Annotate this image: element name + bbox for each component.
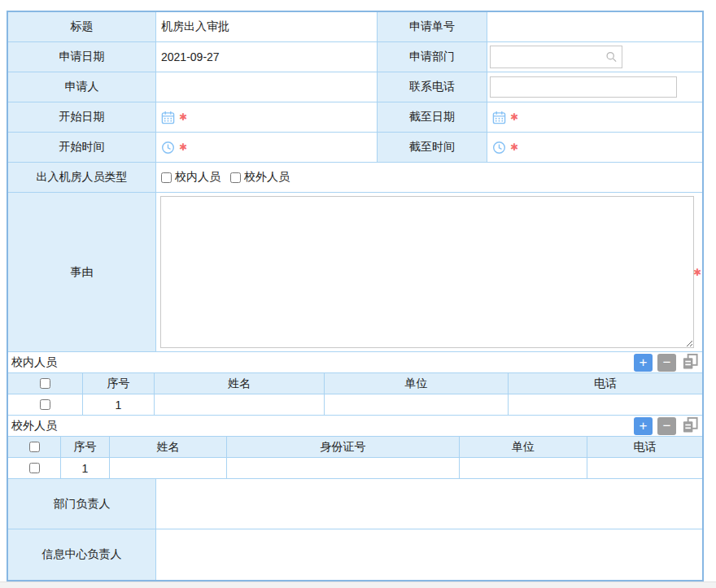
form-row-applicant: 申请人 联系电话 (8, 72, 702, 102)
form-row-apply-date: 申请日期 2021-09-27 申请部门 (8, 42, 702, 72)
person-type-label: 出入机房人员类型 (8, 163, 156, 193)
row-select-cell (8, 394, 83, 416)
internal-personnel-title: 校内人员 (11, 355, 57, 370)
end-date-label: 截至日期 (378, 102, 487, 133)
dept-search-input[interactable] (490, 46, 622, 68)
internal-personnel-row: 1 (8, 394, 702, 416)
form-row-title: 标题 机房出入审批 申请单号 (8, 12, 702, 42)
end-time-cell: ✱ (487, 133, 702, 163)
copy-rows-button[interactable] (681, 354, 700, 372)
form-row-person-type: 出入机房人员类型 校内人员 校外人员 (8, 163, 702, 193)
add-row-button[interactable]: + (634, 354, 653, 372)
dept-search-wrap (490, 46, 622, 68)
calendar-icon[interactable] (492, 111, 506, 124)
external-personnel-title: 校外人员 (11, 419, 57, 433)
row-no-cell: 1 (61, 458, 110, 479)
row-id-number-cell[interactable] (227, 458, 460, 479)
copy-icon (682, 416, 699, 436)
apply-dept-label: 申请部门 (378, 42, 487, 72)
required-mark: ✱ (693, 267, 701, 278)
apply-no-value (487, 12, 702, 42)
required-mark: ✱ (179, 142, 187, 153)
copy-rows-button[interactable] (681, 417, 700, 435)
apply-date-label: 申请日期 (8, 42, 156, 72)
row-select-checkbox[interactable] (29, 463, 40, 473)
external-personnel-toolbar: + − (634, 417, 700, 435)
column-header-unit: 单位 (325, 373, 509, 394)
reason-cell: ✱ (156, 193, 702, 352)
applicant-label: 申请人 (8, 72, 156, 102)
form-row-start-date: 开始日期 ✱ 截至日期 (8, 102, 702, 133)
page-footer-strip (0, 581, 716, 588)
apply-no-label: 申请单号 (378, 12, 487, 42)
internal-personnel-toolbar: + − (634, 354, 700, 372)
column-header-phone: 电话 (587, 437, 702, 458)
required-mark: ✱ (510, 111, 518, 123)
column-header-name: 姓名 (155, 373, 325, 394)
required-mark: ✱ (179, 111, 187, 123)
reason-textarea[interactable] (160, 196, 694, 348)
row-select-checkbox[interactable] (40, 399, 50, 410)
external-personnel-checkbox[interactable] (230, 172, 241, 183)
row-no-cell: 1 (83, 394, 155, 416)
row-unit-cell[interactable] (460, 458, 587, 479)
external-personnel-section-bar: 校外人员 + − (8, 416, 702, 437)
internal-personnel-header-row: 序号 姓名 单位 电话 (8, 373, 702, 394)
remove-row-button[interactable]: − (657, 354, 676, 372)
contact-phone-cell (487, 72, 702, 102)
row-phone-cell[interactable] (587, 458, 702, 479)
external-personnel-option-label: 校外人员 (244, 170, 290, 185)
title-value: 机房出入审批 (156, 12, 378, 42)
column-header-name: 姓名 (110, 437, 227, 458)
row-select-cell (8, 458, 61, 479)
remove-row-button[interactable]: − (657, 417, 676, 435)
external-personnel-header-row: 序号 姓名 身份证号 单位 电话 (8, 437, 702, 458)
select-all-checkbox[interactable] (40, 378, 50, 389)
row-phone-cell[interactable] (509, 394, 702, 416)
select-all-cell (8, 437, 61, 458)
title-label: 标题 (8, 12, 156, 42)
row-name-cell[interactable] (155, 394, 325, 416)
start-date-label: 开始日期 (8, 102, 156, 133)
search-icon[interactable] (605, 51, 618, 63)
start-time-label: 开始时间 (8, 133, 156, 163)
end-date-cell: ✱ (487, 102, 702, 133)
clock-icon[interactable] (161, 141, 175, 155)
external-personnel-row: 1 (8, 458, 702, 479)
select-all-checkbox[interactable] (29, 442, 40, 452)
form-row-start-time: 开始时间 ✱ 截至时间 ✱ (8, 133, 702, 163)
apply-date-value: 2021-09-27 (156, 42, 378, 72)
external-personnel-option[interactable]: 校外人员 (230, 170, 290, 185)
column-header-unit: 单位 (460, 437, 587, 458)
internal-personnel-checkbox[interactable] (161, 172, 172, 183)
applicant-value (156, 72, 378, 102)
internal-personnel-option[interactable]: 校内人员 (161, 170, 220, 185)
info-center-head-label: 信息中心负责人 (8, 529, 156, 580)
copy-icon (682, 353, 699, 372)
start-time-cell: ✱ (156, 133, 378, 163)
end-time-label: 截至时间 (378, 133, 487, 163)
column-header-no: 序号 (83, 373, 155, 394)
form-row-reason: 事由 ✱ (8, 193, 702, 352)
column-header-id-number: 身份证号 (227, 437, 460, 458)
start-date-cell: ✱ (156, 102, 378, 133)
clock-icon[interactable] (492, 141, 506, 155)
form-row-dept-head: 部门负责人 (8, 479, 702, 529)
row-name-cell[interactable] (110, 458, 227, 479)
form-row-info-center-head: 信息中心负责人 (8, 529, 702, 580)
row-unit-cell[interactable] (325, 394, 509, 416)
apply-dept-cell (487, 42, 702, 72)
select-all-cell (8, 373, 83, 394)
internal-personnel-section-bar: 校内人员 + − (8, 352, 702, 373)
person-type-cell: 校内人员 校外人员 (156, 163, 702, 193)
column-header-phone: 电话 (509, 373, 702, 394)
internal-personnel-option-label: 校内人员 (175, 170, 220, 185)
calendar-icon[interactable] (161, 111, 175, 124)
dept-head-label: 部门负责人 (8, 479, 156, 529)
info-center-head-value (156, 529, 702, 580)
required-mark: ✱ (510, 142, 518, 153)
dept-head-value (156, 479, 702, 529)
contact-phone-input[interactable] (490, 76, 677, 98)
add-row-button[interactable]: + (634, 417, 653, 435)
access-approval-form: 标题 机房出入审批 申请单号 申请日期 2021-09-27 申请部门 (7, 11, 704, 581)
